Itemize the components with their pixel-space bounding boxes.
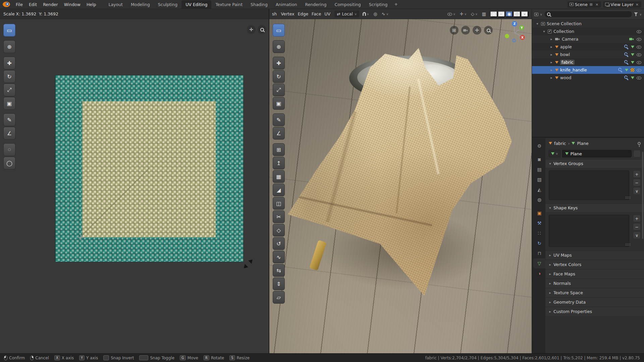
properties-tab-constraints[interactable]: ⊓ (533, 248, 545, 258)
filter-funnel-icon[interactable] (634, 12, 638, 16)
workspace-tab[interactable]: Texture Paint (211, 0, 247, 9)
proportional-editing-button[interactable]: ◎ (372, 11, 378, 17)
properties-tab-render[interactable]: ◙ (533, 154, 545, 164)
workspace-tab[interactable]: Shading (247, 0, 272, 9)
shading-material-button[interactable]: ◉ (505, 11, 513, 17)
viewport-menu[interactable]: Vertex (279, 11, 296, 17)
uv-2d-cursor[interactable] (78, 235, 84, 240)
vp-tool-shrink-fatten[interactable]: ⇕ (273, 277, 285, 290)
disclosure-icon[interactable]: ▾ (535, 22, 539, 25)
panel[interactable]: ▸ UV Maps (545, 250, 644, 260)
visibility-eye-icon[interactable] (637, 68, 641, 72)
vp-tool-edge-slide[interactable]: ⇆ (273, 264, 285, 277)
workspace-tab[interactable]: Scripting (365, 0, 392, 9)
vp-tool-inset-faces[interactable]: ▦ (273, 170, 285, 183)
display-mode-dropdown[interactable]: ∨ (540, 13, 542, 16)
uv-tool-move[interactable]: ✚ (3, 57, 15, 69)
vp-tool-smooth[interactable]: ∿ (273, 251, 285, 263)
outliner-row-bowl[interactable]: ▸ bowl (532, 51, 644, 58)
uv-tool-rotate[interactable]: ↻ (3, 70, 15, 83)
workspace-tab[interactable]: Sculpting (154, 0, 181, 9)
properties-tab-object-data[interactable]: ▽ (533, 258, 545, 268)
breadcrumb-data[interactable]: Plane (577, 141, 588, 146)
menu[interactable]: Render (40, 1, 61, 8)
view-layer-selector[interactable]: View Layer × (603, 1, 641, 8)
workspace-tab[interactable]: Animation (272, 0, 301, 9)
breadcrumb-object[interactable]: fabric (554, 141, 566, 146)
viewport-menu[interactable]: Face (310, 11, 323, 17)
properties-tab-particles[interactable]: ∷ (533, 228, 545, 238)
vp-tool-shear[interactable]: ▱ (273, 291, 285, 304)
outliner-row-camera[interactable]: ▸ Camera (532, 35, 644, 43)
menu[interactable]: File (13, 1, 26, 8)
properties-tab-material[interactable]: ◑ (533, 268, 545, 278)
resize-grip-icon[interactable] (626, 197, 626, 197)
shading-rendered-button[interactable]: ◍ (513, 11, 521, 17)
properties-tab-modifiers[interactable]: ⚒ (533, 218, 545, 228)
disclosure-icon[interactable]: ▸ (549, 37, 553, 41)
uv-selected-region[interactable] (82, 101, 216, 237)
shape-keys-list[interactable] (549, 215, 629, 247)
add-shape-key-button[interactable]: + (633, 215, 641, 222)
add-vertex-group-button[interactable]: + (633, 170, 641, 178)
visibility-eye-icon[interactable] (637, 60, 641, 64)
uv-tool-grab[interactable]: ◌ (3, 143, 15, 156)
uv-tool-cursor[interactable]: ⊕ (3, 40, 15, 53)
show-overlays-dropdown[interactable]: ◇∨ (470, 11, 479, 17)
gizmo-neg-z-axis[interactable] (512, 39, 516, 42)
display-mode-icon[interactable] (534, 13, 538, 16)
pin-icon[interactable] (638, 142, 641, 145)
scene-selector[interactable]: Scene ⊞ × (568, 1, 601, 8)
uv-tool-annotate[interactable]: ✎ (3, 113, 15, 126)
remove-shape-key-button[interactable]: − (633, 223, 641, 230)
vp-tool-knife[interactable]: ✂ (273, 210, 285, 223)
navigation-gizmo[interactable]: Z Y X (503, 21, 526, 43)
workspace-tab[interactable]: Rendering (301, 0, 331, 9)
uv-tool-transform[interactable]: ▣ (3, 97, 15, 110)
gizmo-neg-y-axis[interactable] (505, 34, 509, 38)
shading-options-dropdown[interactable]: ∨ (521, 11, 528, 17)
disclosure-icon[interactable]: ▸ (549, 76, 553, 80)
new-scene-button[interactable]: ⊞ (589, 2, 593, 7)
panel-header-vertex-groups[interactable]: ▾ Vertex Groups (545, 159, 644, 168)
outliner-row-fabric[interactable]: ▸ fabric (532, 58, 644, 66)
disclosure-icon[interactable]: ▾ (542, 30, 546, 33)
vp-tool-spin[interactable]: ↺ (273, 237, 285, 250)
clipped-mesh-menu[interactable]: sh (272, 11, 277, 16)
vertex-group-specials-button[interactable]: ∨ (633, 187, 641, 195)
disclosure-icon[interactable]: ▸ (549, 60, 553, 64)
pan-view-button[interactable]: ✛ (473, 26, 481, 35)
properties-tab-world[interactable]: ◍ (533, 195, 545, 205)
vp-tool-select-box[interactable]: ▭ (273, 24, 285, 37)
vp-tool-poly-build[interactable]: ◇ (273, 224, 285, 237)
panel[interactable]: ▸ Geometry Data (545, 297, 644, 307)
viewport-menu[interactable]: Edge (296, 11, 310, 17)
disclosure-icon[interactable]: ▸ (549, 53, 553, 56)
workspace-tab[interactable]: Modeling (127, 0, 154, 9)
vp-tool-annotate[interactable]: ✎ (273, 113, 285, 126)
vp-tool-rotate[interactable]: ↻ (273, 70, 285, 83)
panel[interactable]: ▸ Face Maps (545, 269, 644, 278)
vp-tool-measure[interactable]: ∠ (273, 127, 285, 140)
viewport-3d[interactable]: sh VertexEdgeFaceUV ⇄ Local ∨ ∨ ◎ ∿∨ ∨ ✛… (269, 9, 532, 353)
xray-toggle-button[interactable]: ▥ (481, 11, 487, 17)
workspace-tab[interactable]: Layout (104, 0, 127, 9)
panel[interactable]: ▸ Vertex Colors (545, 260, 644, 269)
properties-tab-object[interactable]: ▣ (533, 208, 545, 218)
pan-view-button[interactable]: ✛ (247, 25, 256, 34)
visibility-eye-icon[interactable] (637, 37, 641, 41)
menu[interactable]: Edit (26, 1, 40, 8)
vertex-groups-list[interactable] (549, 170, 629, 200)
mesh-datablock-selector[interactable]: ∨ (549, 150, 560, 157)
outliner-row-scene-collection[interactable]: ▾ Scene Collection (532, 20, 644, 28)
zoom-view-button[interactable] (258, 25, 266, 34)
visibility-eye-icon[interactable] (637, 52, 641, 57)
vp-tool-cursor[interactable]: ⊕ (273, 40, 285, 53)
visibility-eye-icon[interactable] (637, 29, 641, 34)
vp-tool-loop-cut[interactable]: ◫ (273, 197, 285, 210)
uv-tool-scale[interactable]: ⤢ (3, 84, 15, 96)
outliner-row-apple[interactable]: ▸ apple (532, 43, 644, 51)
toggle-perspective-button[interactable]: ⊞ (450, 26, 459, 35)
shape-key-specials-button[interactable]: ∨ (633, 231, 641, 239)
properties-tab-scene[interactable]: ◭ (533, 185, 545, 195)
